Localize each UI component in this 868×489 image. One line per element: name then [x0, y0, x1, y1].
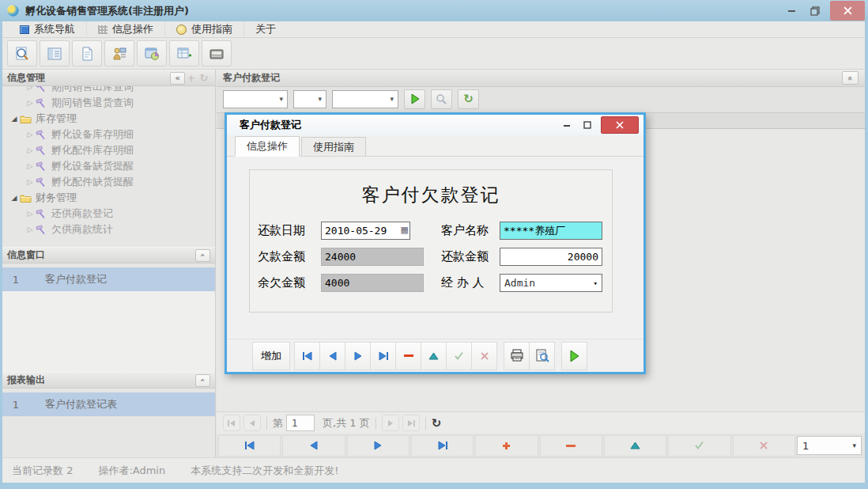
list-item[interactable]: 1 客户付款登记表	[2, 392, 215, 416]
tree-item[interactable]: ▷孵化配件缺货提醒	[6, 174, 215, 190]
repay-date-input[interactable]	[321, 222, 410, 240]
printer-device-button[interactable]	[202, 40, 232, 66]
delete-record-button[interactable]	[395, 342, 421, 370]
menu-system-navigation[interactable]: 系统导航	[9, 21, 87, 38]
cancel-x-icon	[480, 351, 489, 361]
window-close-button[interactable]	[830, 1, 865, 21]
page-number-input[interactable]	[286, 415, 315, 431]
remain-amount-label: 余欠金额	[258, 275, 313, 290]
confirm-button	[446, 342, 472, 370]
filter-run-button[interactable]	[404, 89, 425, 109]
record-edit-button[interactable]	[604, 435, 666, 457]
customer-name-input[interactable]	[500, 222, 602, 240]
record-next-button[interactable]	[347, 435, 409, 457]
last-page-icon	[406, 419, 416, 427]
tree-folder[interactable]: ◢库存管理	[6, 111, 215, 127]
tree-item[interactable]: ▷期间销售退货查询	[6, 95, 215, 111]
tool-icon	[36, 209, 47, 219]
dialog-titlebar[interactable]: 客户付款登记	[227, 115, 643, 135]
list-item[interactable]: 1 客户付款登记	[2, 267, 215, 291]
refresh-icon: ↻	[198, 72, 210, 85]
cancel-x-icon	[759, 441, 768, 450]
document-icon	[78, 45, 96, 63]
form-view-icon	[46, 45, 63, 63]
nav-first-button[interactable]	[294, 342, 320, 370]
report-output-list: 1 客户付款登记表	[2, 392, 215, 416]
maximize-icon	[583, 121, 591, 129]
print-preview-button[interactable]	[529, 342, 555, 370]
minus-icon	[565, 444, 576, 448]
dialog-minimize-button[interactable]	[557, 117, 577, 133]
add-record-button[interactable]: 增加	[252, 342, 290, 370]
tree-item[interactable]: ▷孵化设备库存明细	[6, 127, 215, 142]
filter-field-combo[interactable]: ▾	[223, 90, 288, 108]
window-titlebar: 孵化设备销售管理系统(非注册用户)	[0, 0, 868, 21]
printer-device-icon	[208, 45, 225, 63]
tab-info-operation[interactable]: 信息操作	[235, 136, 300, 157]
operator-combo[interactable]: Admin ▾	[500, 274, 602, 292]
table-add-button[interactable]	[169, 40, 199, 66]
tree-item[interactable]: ▷孵化设备缺货提醒	[6, 158, 215, 174]
debt-amount-label: 欠款金额	[258, 249, 313, 264]
chevron-down-icon: ▾	[594, 279, 598, 287]
record-navigator-bar: 1 ▾	[217, 434, 865, 457]
operator-label: 经 办 人	[432, 275, 492, 290]
collapse-panel-button[interactable]: ‹	[195, 374, 210, 387]
tab-user-guide[interactable]: 使用指南	[301, 137, 366, 156]
collapse-main-panel-button[interactable]: «	[842, 71, 859, 85]
edit-record-button[interactable]	[421, 342, 447, 370]
first-page-button	[223, 415, 240, 431]
record-delete-button[interactable]	[540, 435, 602, 457]
document-button[interactable]	[72, 40, 102, 66]
collapse-panel-button[interactable]: ‹	[195, 249, 210, 262]
record-insert-button[interactable]	[475, 435, 538, 457]
collapse-sidebar-button[interactable]: «	[170, 72, 185, 85]
refresh-page-button[interactable]: ↻	[432, 416, 442, 430]
filter-operator-combo[interactable]: ▾	[293, 90, 326, 108]
print-preview-icon	[535, 349, 549, 362]
run-report-button[interactable]	[561, 342, 587, 370]
tree-item[interactable]: ▷还供商款登记	[6, 206, 215, 222]
nav-square-icon	[20, 25, 29, 34]
menu-about[interactable]: 关于	[244, 21, 287, 38]
menu-user-guide[interactable]: 使用指南	[165, 21, 244, 38]
page-size-combo[interactable]: 1 ▾	[797, 436, 862, 455]
application-window: 孵化设备销售管理系统(非注册用户) 系统导航 信息操作 使用指南	[0, 0, 868, 489]
dialog-close-button[interactable]	[601, 116, 639, 134]
edit-triangle-icon	[630, 442, 640, 449]
calendar-icon[interactable]: ▦	[401, 225, 409, 235]
nav-last-button[interactable]	[370, 342, 396, 370]
info-management-panel-header: 信息管理 « + ↻	[2, 70, 215, 86]
repay-amount-input[interactable]	[500, 248, 602, 266]
tool-icon	[36, 98, 47, 108]
form-view-button[interactable]	[40, 40, 70, 66]
nav-next-button[interactable]	[345, 342, 371, 370]
repay-amount-label: 还款金额	[432, 249, 492, 264]
remain-amount-field	[321, 274, 424, 292]
tree-item[interactable]: ▷欠供商款统计	[6, 222, 215, 237]
menu-info-operation[interactable]: 信息操作	[87, 21, 165, 38]
window-right-border	[865, 21, 868, 489]
window-restore-button[interactable]	[803, 2, 827, 21]
record-count-label: 当前记录数 2	[12, 464, 73, 478]
dialog-maximize-button[interactable]	[577, 117, 598, 133]
search-document-button[interactable]	[7, 40, 37, 66]
print-button[interactable]	[504, 342, 530, 370]
record-first-button[interactable]	[218, 435, 281, 457]
tree-item[interactable]: ▷孵化配件库存明细	[6, 142, 215, 158]
first-record-icon	[302, 351, 313, 361]
first-record-icon	[244, 441, 255, 450]
first-page-icon	[227, 419, 236, 427]
tree-folder[interactable]: ◢财务管理	[6, 190, 215, 206]
user-report-button[interactable]	[104, 40, 134, 66]
filter-refresh-button[interactable]: ↻	[458, 89, 479, 109]
report-output-panel-header: 报表输出 ‹	[2, 372, 215, 389]
filter-value-combo[interactable]: ▾	[332, 90, 398, 108]
nav-prev-button[interactable]	[319, 342, 345, 370]
window-chart-button[interactable]	[137, 40, 167, 66]
window-minimize-button[interactable]	[779, 2, 803, 21]
close-icon	[843, 6, 852, 15]
record-last-button[interactable]	[411, 435, 474, 457]
tree-item[interactable]: ▷期间销售出库查询	[6, 86, 215, 95]
record-prev-button[interactable]	[282, 435, 345, 457]
